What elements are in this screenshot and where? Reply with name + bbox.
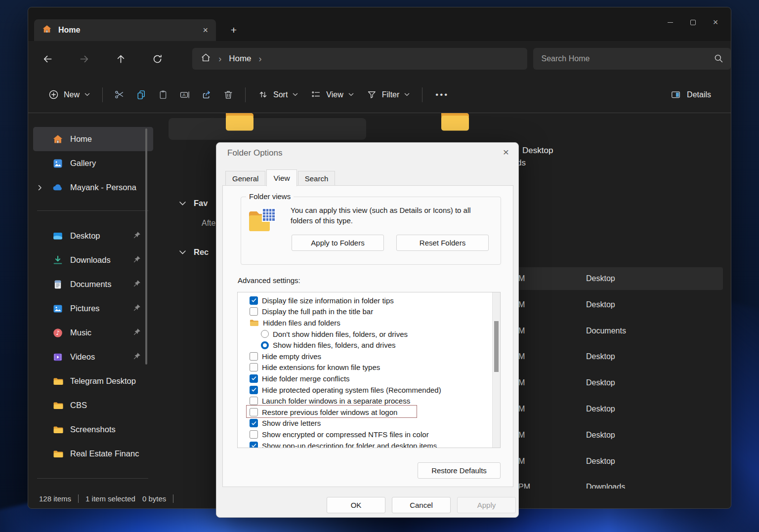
- radio-unselected[interactable]: [261, 330, 269, 338]
- dialog-close-icon[interactable]: ×: [503, 147, 509, 157]
- details-button[interactable]: Details: [671, 89, 717, 100]
- setting-label: Show pop-up description for folder and d…: [262, 442, 437, 448]
- setting-dont-show-hidden[interactable]: Don't show hidden files, folders, or dri…: [238, 328, 500, 340]
- cancel-button[interactable]: Cancel: [392, 497, 451, 513]
- arrow-right-icon: [79, 53, 90, 65]
- setting-launch-separate-process[interactable]: Launch folder windows in a separate proc…: [238, 395, 500, 407]
- setting-restore-previous-folders[interactable]: Restore previous folder windows at logon: [238, 407, 500, 418]
- sort-button[interactable]: Sort: [252, 84, 304, 105]
- rename-button[interactable]: A: [174, 84, 196, 105]
- close-button[interactable]: ×: [704, 14, 727, 30]
- explorer-tab-home[interactable]: Home ×: [34, 19, 216, 41]
- search-box[interactable]: [533, 48, 731, 70]
- breadcrumb-item-home[interactable]: Home: [229, 54, 251, 64]
- checkbox-checked[interactable]: [250, 419, 258, 427]
- ok-button[interactable]: OK: [327, 497, 385, 513]
- checkbox-unchecked[interactable]: [250, 363, 258, 371]
- share-button[interactable]: [196, 84, 217, 105]
- tab-view[interactable]: View: [266, 169, 296, 186]
- file-row[interactable]: MDesktop: [517, 398, 723, 420]
- checkbox-checked[interactable]: [250, 296, 258, 305]
- up-button[interactable]: [115, 53, 127, 65]
- view-button[interactable]: View: [304, 84, 360, 105]
- restore-defaults-button[interactable]: Restore Defaults: [418, 462, 501, 479]
- file-row[interactable]: MDesktop: [517, 371, 723, 394]
- new-button[interactable]: New: [42, 84, 96, 105]
- refresh-button[interactable]: [151, 53, 163, 65]
- setting-show-encrypted-ntfs[interactable]: Show encrypted or compressed NTFS files …: [238, 429, 500, 440]
- file-row[interactable]: MDesktop: [517, 267, 723, 290]
- sidebar-item-documents[interactable]: Documents: [33, 272, 153, 296]
- tile-label[interactable]: Desktop: [522, 146, 553, 156]
- checkbox-unchecked[interactable]: [250, 408, 258, 416]
- checkbox-unchecked[interactable]: [250, 352, 258, 361]
- tab-search[interactable]: Search: [298, 171, 336, 186]
- radio-selected[interactable]: [261, 341, 269, 349]
- sidebar-item-screenshots[interactable]: Screenshots: [33, 417, 153, 442]
- sidebar-scrollbar[interactable]: [145, 128, 147, 365]
- sidebar-item-real-estate[interactable]: Real Estate Financ: [33, 442, 153, 466]
- sidebar-item-gallery[interactable]: Gallery: [33, 151, 153, 175]
- tab-general[interactable]: General: [225, 171, 265, 186]
- sidebar-item-music[interactable]: ♪ Music: [33, 321, 153, 345]
- setting-hidden-files-group[interactable]: Hidden files and folders: [238, 317, 500, 328]
- file-row[interactable]: MDesktop: [517, 424, 723, 447]
- forward-button[interactable]: [79, 53, 90, 65]
- checkbox-unchecked[interactable]: [250, 397, 258, 405]
- setting-hide-extensions[interactable]: Hide extensions for known file types: [238, 362, 500, 373]
- reset-folders-button[interactable]: Reset Folders: [396, 235, 489, 251]
- list-scrollbar[interactable]: [492, 292, 500, 448]
- sidebar-item-home[interactable]: Home: [33, 127, 153, 151]
- file-row[interactable]: MDesktop: [517, 450, 723, 473]
- setting-show-popup-description[interactable]: Show pop-up description for folder and d…: [238, 440, 500, 448]
- new-tab-button[interactable]: +: [226, 22, 242, 38]
- minimize-button[interactable]: [659, 14, 681, 30]
- more-options-button[interactable]: •••: [428, 90, 456, 100]
- setting-display-full-path[interactable]: Display the full path in the title bar: [238, 306, 500, 318]
- checkbox-checked[interactable]: [250, 442, 258, 448]
- sidebar-item-desktop[interactable]: Desktop: [33, 224, 153, 248]
- checkbox-checked[interactable]: [250, 386, 258, 394]
- expand-chevron-icon[interactable]: [37, 185, 52, 191]
- section-header-favorites[interactable]: Fav: [179, 199, 208, 208]
- section-header-recent[interactable]: Rec: [179, 247, 209, 257]
- tab-close-icon[interactable]: ×: [203, 26, 208, 35]
- search-icon[interactable]: [714, 53, 724, 66]
- breadcrumb-bar[interactable]: › Home ›: [192, 48, 527, 70]
- advanced-settings-list[interactable]: Display file size information in folder …: [237, 292, 501, 448]
- file-row[interactable]: MDesktop: [517, 345, 723, 368]
- apply-button[interactable]: Apply: [457, 497, 516, 513]
- checkbox-checked[interactable]: [250, 374, 258, 383]
- paste-button[interactable]: [152, 84, 174, 105]
- setting-show-drive-letters[interactable]: Show drive letters: [238, 418, 500, 429]
- back-button[interactable]: [42, 53, 54, 65]
- file-row[interactable]: PMDownloads: [517, 476, 723, 489]
- setting-hide-protected-os-files[interactable]: Hide protected operating system files (R…: [238, 384, 500, 396]
- sidebar-item-cbs[interactable]: CBS: [33, 393, 153, 417]
- maximize-button[interactable]: [681, 14, 704, 30]
- setting-hide-empty-drives[interactable]: Hide empty drives: [238, 351, 500, 362]
- apply-to-folders-button[interactable]: Apply to Folders: [292, 235, 384, 251]
- sidebar-item-telegram-desktop[interactable]: Telegram Desktop: [33, 369, 153, 393]
- filter-button[interactable]: Filter: [360, 84, 417, 105]
- chevron-right-icon: ›: [259, 54, 262, 64]
- checkbox-unchecked[interactable]: [250, 307, 258, 316]
- file-row[interactable]: MDocuments: [517, 320, 723, 342]
- breadcrumb-home-icon[interactable]: [201, 52, 211, 65]
- sidebar-item-onedrive[interactable]: Mayank - Persona: [33, 175, 153, 200]
- checkbox-unchecked[interactable]: [250, 430, 258, 439]
- sidebar-item-downloads[interactable]: Downloads: [33, 248, 153, 272]
- file-row[interactable]: MDesktop: [517, 293, 723, 316]
- setting-hide-merge-conflicts[interactable]: Hide folder merge conflicts: [238, 373, 500, 384]
- file-name-fragment: Afte: [202, 219, 215, 228]
- setting-show-hidden[interactable]: Show hidden files, folders, and drives: [238, 339, 500, 351]
- setting-display-file-size[interactable]: Display file size information in folder …: [238, 295, 500, 306]
- search-input[interactable]: [533, 54, 706, 63]
- sidebar-item-videos[interactable]: Videos: [33, 345, 153, 369]
- quick-access-tile[interactable]: [169, 118, 366, 140]
- delete-button[interactable]: [217, 84, 239, 105]
- list-scrollbar-thumb[interactable]: [494, 321, 499, 372]
- cut-button[interactable]: [109, 84, 130, 105]
- sidebar-item-pictures[interactable]: Pictures: [33, 296, 153, 321]
- copy-button[interactable]: [130, 84, 152, 105]
